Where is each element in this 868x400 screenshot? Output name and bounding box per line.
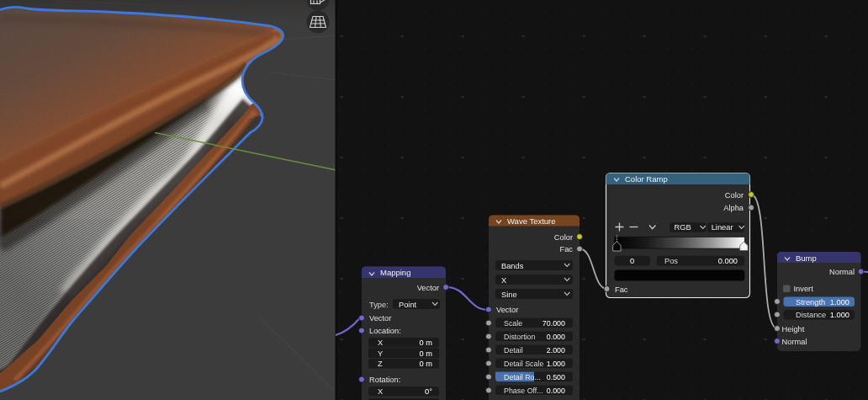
svg-text:Point: Point xyxy=(399,301,417,309)
svg-text:Bump: Bump xyxy=(796,253,817,263)
svg-text:X: X xyxy=(501,276,506,285)
svg-text:Wave Texture: Wave Texture xyxy=(507,216,556,226)
svg-text:0.000: 0.000 xyxy=(718,257,738,265)
svg-text:Y: Y xyxy=(378,349,383,358)
svg-text:Pos: Pos xyxy=(664,257,678,265)
svg-text:Phase Off...: Phase Off... xyxy=(504,387,543,395)
svg-text:0°: 0° xyxy=(425,387,432,396)
svg-text:Fac: Fac xyxy=(615,285,628,294)
svg-text:Mapping: Mapping xyxy=(380,268,410,277)
svg-text:0 m: 0 m xyxy=(420,360,433,368)
svg-text:1.000: 1.000 xyxy=(547,360,565,368)
svg-text:X: X xyxy=(378,339,383,347)
svg-text:Sine: Sine xyxy=(501,291,517,299)
svg-text:Distortion: Distortion xyxy=(504,333,536,341)
svg-text:Detail Scale: Detail Scale xyxy=(504,360,543,368)
svg-text:2.000: 2.000 xyxy=(547,346,565,355)
svg-text:Scale: Scale xyxy=(504,319,522,328)
svg-text:Invert: Invert xyxy=(794,285,814,293)
svg-text:Normal: Normal xyxy=(782,338,807,346)
svg-text:0 m: 0 m xyxy=(420,339,433,347)
svg-text:Alpha: Alpha xyxy=(723,204,744,212)
svg-text:RGB: RGB xyxy=(675,223,691,232)
svg-text:Vector: Vector xyxy=(417,284,439,292)
svg-text:Linear: Linear xyxy=(712,223,733,232)
svg-text:Color: Color xyxy=(554,233,573,242)
svg-text:Color Ramp: Color Ramp xyxy=(625,174,668,184)
svg-text:Location:: Location: xyxy=(369,327,401,335)
svg-text:Vector: Vector xyxy=(496,306,518,314)
svg-text:Strength: Strength xyxy=(796,298,825,307)
svg-text:Bands: Bands xyxy=(501,262,524,270)
svg-text:Z: Z xyxy=(378,360,383,368)
svg-text:Rotation:: Rotation: xyxy=(369,376,400,384)
svg-text:Vector: Vector xyxy=(369,314,391,323)
svg-text:1.000: 1.000 xyxy=(830,311,849,319)
svg-text:Detail Ro...: Detail Ro... xyxy=(504,373,541,381)
svg-text:Detail: Detail xyxy=(504,346,523,355)
svg-text:0.000: 0.000 xyxy=(547,387,565,395)
svg-text:Height: Height xyxy=(782,325,805,333)
svg-text:0.000: 0.000 xyxy=(547,333,565,341)
svg-text:Normal: Normal xyxy=(829,268,855,276)
svg-text:X: X xyxy=(378,387,383,396)
svg-text:0.500: 0.500 xyxy=(547,373,565,381)
svg-text:70.000: 70.000 xyxy=(542,319,565,328)
svg-text:0: 0 xyxy=(630,257,634,265)
svg-text:0 m: 0 m xyxy=(420,349,433,358)
svg-text:Type:: Type: xyxy=(369,301,389,309)
svg-text:Fac: Fac xyxy=(560,245,574,253)
svg-text:Color: Color xyxy=(725,191,744,200)
svg-text:Distance: Distance xyxy=(796,311,826,319)
svg-text:1.000: 1.000 xyxy=(830,298,849,307)
